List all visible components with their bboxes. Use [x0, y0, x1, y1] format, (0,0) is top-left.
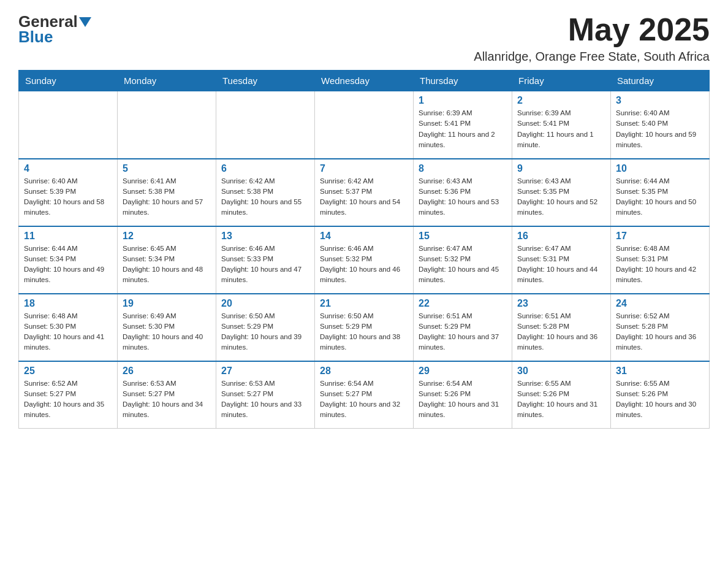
calendar-header-friday: Friday: [512, 71, 611, 91]
calendar-cell: [19, 91, 118, 159]
calendar-cell: 11Sunrise: 6:44 AMSunset: 5:34 PMDayligh…: [19, 226, 118, 294]
day-number: 27: [221, 366, 309, 377]
calendar-cell: 13Sunrise: 6:46 AMSunset: 5:33 PMDayligh…: [216, 226, 315, 294]
calendar-cell: 18Sunrise: 6:48 AMSunset: 5:30 PMDayligh…: [19, 294, 118, 361]
day-number: 6: [221, 163, 309, 174]
logo: General Blue: [18, 12, 91, 47]
day-number: 17: [616, 231, 704, 242]
day-info: Sunrise: 6:44 AMSunset: 5:35 PMDaylight:…: [616, 176, 704, 218]
day-info: Sunrise: 6:55 AMSunset: 5:26 PMDaylight:…: [517, 378, 605, 421]
calendar-cell: 6Sunrise: 6:42 AMSunset: 5:38 PMDaylight…: [216, 159, 315, 226]
location-title: Allanridge, Orange Free State, South Afr…: [474, 50, 710, 64]
calendar-cell: 31Sunrise: 6:55 AMSunset: 5:26 PMDayligh…: [611, 361, 710, 429]
day-info: Sunrise: 6:51 AMSunset: 5:28 PMDaylight:…: [517, 311, 605, 353]
calendar-cell: 16Sunrise: 6:47 AMSunset: 5:31 PMDayligh…: [512, 226, 611, 294]
day-info: Sunrise: 6:39 AMSunset: 5:41 PMDaylight:…: [517, 108, 605, 150]
day-number: 24: [616, 298, 704, 309]
day-number: 2: [517, 95, 605, 106]
day-number: 10: [616, 163, 704, 174]
title-section: May 2025 Allanridge, Orange Free State, …: [474, 12, 710, 64]
calendar-cell: 23Sunrise: 6:51 AMSunset: 5:28 PMDayligh…: [512, 294, 611, 361]
calendar-cell: 25Sunrise: 6:52 AMSunset: 5:27 PMDayligh…: [19, 361, 118, 429]
calendar-cell: [216, 91, 315, 159]
day-number: 23: [517, 298, 605, 309]
calendar-table: SundayMondayTuesdayWednesdayThursdayFrid…: [18, 70, 710, 429]
day-number: 11: [24, 231, 112, 242]
day-info: Sunrise: 6:53 AMSunset: 5:27 PMDaylight:…: [123, 378, 211, 421]
day-number: 30: [517, 366, 605, 377]
calendar-header-row: SundayMondayTuesdayWednesdayThursdayFrid…: [19, 71, 710, 91]
day-info: Sunrise: 6:42 AMSunset: 5:37 PMDaylight:…: [320, 176, 408, 218]
calendar-cell: 20Sunrise: 6:50 AMSunset: 5:29 PMDayligh…: [216, 294, 315, 361]
calendar-header-saturday: Saturday: [611, 71, 710, 91]
logo-blue-text: Blue: [18, 28, 53, 47]
day-info: Sunrise: 6:54 AMSunset: 5:27 PMDaylight:…: [320, 378, 408, 421]
day-info: Sunrise: 6:41 AMSunset: 5:38 PMDaylight:…: [123, 176, 211, 218]
day-info: Sunrise: 6:47 AMSunset: 5:32 PMDaylight:…: [419, 243, 507, 286]
calendar-cell: 10Sunrise: 6:44 AMSunset: 5:35 PMDayligh…: [611, 159, 710, 226]
calendar-cell: 27Sunrise: 6:53 AMSunset: 5:27 PMDayligh…: [216, 361, 315, 429]
day-number: 15: [419, 231, 507, 242]
day-number: 28: [320, 366, 408, 377]
day-info: Sunrise: 6:48 AMSunset: 5:31 PMDaylight:…: [616, 243, 704, 286]
day-info: Sunrise: 6:48 AMSunset: 5:30 PMDaylight:…: [24, 311, 112, 353]
day-number: 31: [616, 366, 704, 377]
calendar-week-row: 4Sunrise: 6:40 AMSunset: 5:39 PMDaylight…: [19, 159, 710, 226]
day-number: 18: [24, 298, 112, 309]
day-info: Sunrise: 6:45 AMSunset: 5:34 PMDaylight:…: [123, 243, 211, 286]
calendar-cell: 24Sunrise: 6:52 AMSunset: 5:28 PMDayligh…: [611, 294, 710, 361]
calendar-cell: 14Sunrise: 6:46 AMSunset: 5:32 PMDayligh…: [315, 226, 414, 294]
calendar-cell: 1Sunrise: 6:39 AMSunset: 5:41 PMDaylight…: [414, 91, 512, 159]
day-number: 20: [221, 298, 309, 309]
day-number: 8: [419, 163, 507, 174]
day-number: 26: [123, 366, 211, 377]
calendar-header-monday: Monday: [118, 71, 216, 91]
day-info: Sunrise: 6:50 AMSunset: 5:29 PMDaylight:…: [320, 311, 408, 353]
month-title: May 2025: [474, 12, 710, 47]
day-info: Sunrise: 6:40 AMSunset: 5:39 PMDaylight:…: [24, 176, 112, 218]
calendar-cell: 30Sunrise: 6:55 AMSunset: 5:26 PMDayligh…: [512, 361, 611, 429]
day-info: Sunrise: 6:54 AMSunset: 5:26 PMDaylight:…: [419, 378, 507, 421]
day-info: Sunrise: 6:43 AMSunset: 5:35 PMDaylight:…: [517, 176, 605, 218]
calendar-cell: 8Sunrise: 6:43 AMSunset: 5:36 PMDaylight…: [414, 159, 512, 226]
day-info: Sunrise: 6:39 AMSunset: 5:41 PMDaylight:…: [419, 108, 507, 150]
day-info: Sunrise: 6:55 AMSunset: 5:26 PMDaylight:…: [616, 378, 704, 421]
day-info: Sunrise: 6:46 AMSunset: 5:32 PMDaylight:…: [320, 243, 408, 286]
day-number: 22: [419, 298, 507, 309]
calendar-cell: 22Sunrise: 6:51 AMSunset: 5:29 PMDayligh…: [414, 294, 512, 361]
calendar-header-tuesday: Tuesday: [216, 71, 315, 91]
day-info: Sunrise: 6:40 AMSunset: 5:40 PMDaylight:…: [616, 108, 704, 150]
calendar-header-thursday: Thursday: [414, 71, 512, 91]
day-number: 7: [320, 163, 408, 174]
calendar-cell: 15Sunrise: 6:47 AMSunset: 5:32 PMDayligh…: [414, 226, 512, 294]
day-info: Sunrise: 6:46 AMSunset: 5:33 PMDaylight:…: [221, 243, 309, 286]
calendar-header-sunday: Sunday: [19, 71, 118, 91]
calendar-cell: 3Sunrise: 6:40 AMSunset: 5:40 PMDaylight…: [611, 91, 710, 159]
day-number: 1: [419, 95, 507, 106]
day-info: Sunrise: 6:50 AMSunset: 5:29 PMDaylight:…: [221, 311, 309, 353]
day-number: 19: [123, 298, 211, 309]
day-number: 25: [24, 366, 112, 377]
calendar-cell: 12Sunrise: 6:45 AMSunset: 5:34 PMDayligh…: [118, 226, 216, 294]
calendar-cell: 5Sunrise: 6:41 AMSunset: 5:38 PMDaylight…: [118, 159, 216, 226]
calendar-cell: 7Sunrise: 6:42 AMSunset: 5:37 PMDaylight…: [315, 159, 414, 226]
calendar-cell: [315, 91, 414, 159]
calendar-cell: [118, 91, 216, 159]
calendar-week-row: 18Sunrise: 6:48 AMSunset: 5:30 PMDayligh…: [19, 294, 710, 361]
page-header: General Blue May 2025 Allanridge, Orange…: [18, 12, 710, 64]
day-number: 4: [24, 163, 112, 174]
day-info: Sunrise: 6:52 AMSunset: 5:28 PMDaylight:…: [616, 311, 704, 353]
day-number: 12: [123, 231, 211, 242]
calendar-cell: 19Sunrise: 6:49 AMSunset: 5:30 PMDayligh…: [118, 294, 216, 361]
day-info: Sunrise: 6:42 AMSunset: 5:38 PMDaylight:…: [221, 176, 309, 218]
day-info: Sunrise: 6:47 AMSunset: 5:31 PMDaylight:…: [517, 243, 605, 286]
day-number: 13: [221, 231, 309, 242]
calendar-cell: 4Sunrise: 6:40 AMSunset: 5:39 PMDaylight…: [19, 159, 118, 226]
calendar-header-wednesday: Wednesday: [315, 71, 414, 91]
day-info: Sunrise: 6:53 AMSunset: 5:27 PMDaylight:…: [221, 378, 309, 421]
calendar-week-row: 11Sunrise: 6:44 AMSunset: 5:34 PMDayligh…: [19, 226, 710, 294]
day-info: Sunrise: 6:49 AMSunset: 5:30 PMDaylight:…: [123, 311, 211, 353]
calendar-cell: 28Sunrise: 6:54 AMSunset: 5:27 PMDayligh…: [315, 361, 414, 429]
day-number: 5: [123, 163, 211, 174]
calendar-cell: 2Sunrise: 6:39 AMSunset: 5:41 PMDaylight…: [512, 91, 611, 159]
